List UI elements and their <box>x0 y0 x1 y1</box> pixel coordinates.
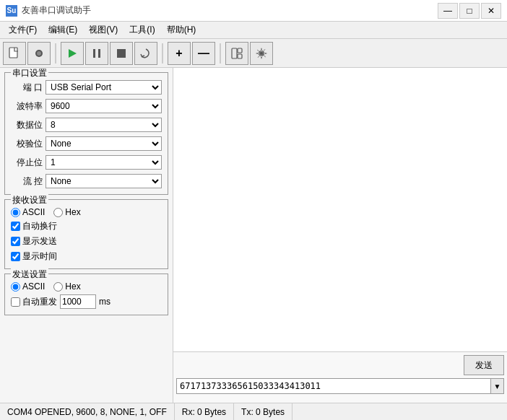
layout-button[interactable] <box>225 42 248 65</box>
baud-label: 波特率 <box>11 100 43 113</box>
auto-resend-checkbox[interactable] <box>11 297 20 307</box>
data-bits-select[interactable]: 8 <box>46 118 162 132</box>
send-combo-arrow[interactable]: ▼ <box>490 379 503 393</box>
svg-marker-3 <box>69 49 77 58</box>
send-settings-group: 发送设置 ASCII Hex 自动重发 ms <box>4 274 168 315</box>
port-select[interactable]: USB Serial Port <box>46 80 162 95</box>
receive-hex-label[interactable]: Hex <box>53 207 80 217</box>
main-area: 串口设置 端 口 USB Serial Port 波特率 9600 数据位 8 <box>0 68 507 403</box>
send-mode-row: ASCII Hex <box>11 281 162 292</box>
receive-ascii-radio[interactable] <box>11 208 20 217</box>
menu-help[interactable]: 帮助(H) <box>161 22 202 38</box>
add-button[interactable]: + <box>168 42 191 65</box>
show-send-row: 显示发送 <box>11 235 162 248</box>
send-ascii-label[interactable]: ASCII <box>11 281 45 292</box>
serial-settings-group: 串口设置 端 口 USB Serial Port 波特率 9600 数据位 8 <box>4 72 168 195</box>
port-label: 端 口 <box>11 82 43 94</box>
left-panel: 串口设置 端 口 USB Serial Port 波特率 9600 数据位 8 <box>0 68 173 403</box>
stop-bits-select[interactable]: 1 <box>46 155 162 170</box>
svg-point-2 <box>37 51 41 56</box>
menubar: 文件(F) 编辑(E) 视图(V) 工具(I) 帮助(H) <box>0 22 507 39</box>
svg-rect-4 <box>93 49 95 58</box>
menu-view[interactable]: 视图(V) <box>83 22 124 38</box>
show-time-label[interactable]: 显示时间 <box>11 250 57 263</box>
svg-rect-8 <box>238 48 242 53</box>
show-time-checkbox[interactable] <box>11 252 20 261</box>
send-ascii-text: ASCII <box>22 281 45 292</box>
menu-file[interactable]: 文件(F) <box>3 22 43 38</box>
send-area-container: 发送 ▼ <box>173 352 507 403</box>
receive-ascii-text: ASCII <box>22 207 45 217</box>
auto-resend-text: 自动重发 <box>22 296 57 308</box>
stop-bits-row: 停止位 1 <box>11 155 162 170</box>
svg-rect-0 <box>9 48 17 58</box>
titlebar: Su 友善串口调试助手 — □ ✕ <box>0 0 507 22</box>
minimize-button[interactable]: — <box>438 3 458 19</box>
receive-hex-text: Hex <box>65 207 80 217</box>
baud-select[interactable]: 9600 <box>46 99 162 113</box>
auto-newline-label[interactable]: 自动换行 <box>11 220 57 232</box>
toolbar-separator-1 <box>55 43 56 64</box>
auto-resend-input[interactable] <box>60 294 96 309</box>
svg-rect-5 <box>98 49 100 58</box>
settings-button[interactable] <box>250 42 273 65</box>
play-button[interactable] <box>61 42 84 65</box>
auto-resend-row: 自动重发 ms <box>11 294 162 309</box>
close-button[interactable]: ✕ <box>481 3 501 19</box>
svg-rect-6 <box>117 49 126 58</box>
parity-label: 校验位 <box>11 138 43 150</box>
show-time-row: 显示时间 <box>11 250 162 263</box>
new-file-button[interactable] <box>3 42 26 65</box>
rx-status: Rx: 0 Bytes <box>175 403 234 420</box>
maximize-button[interactable]: □ <box>459 3 480 19</box>
show-send-checkbox[interactable] <box>11 237 20 246</box>
receive-ascii-label[interactable]: ASCII <box>11 207 45 217</box>
stop-button[interactable] <box>110 42 133 65</box>
menu-edit[interactable]: 编辑(E) <box>43 22 83 38</box>
send-input[interactable] <box>177 379 490 393</box>
stop-bits-label: 停止位 <box>11 157 43 169</box>
flow-select[interactable]: None <box>46 174 162 188</box>
titlebar-left: Su 友善串口调试助手 <box>6 4 91 17</box>
send-hex-label[interactable]: Hex <box>53 281 80 292</box>
receive-textarea[interactable] <box>173 68 507 352</box>
window-controls: — □ ✕ <box>438 3 501 19</box>
toolbar: + — <box>0 39 507 68</box>
show-time-text: 显示时间 <box>22 250 57 263</box>
statusbar: COM4 OPENED, 9600, 8, NONE, 1, OFF Rx: 0… <box>0 403 507 420</box>
send-settings-title: 发送设置 <box>11 268 48 281</box>
toolbar-separator-2 <box>162 43 163 64</box>
remove-button[interactable]: — <box>192 42 215 65</box>
record-button[interactable] <box>27 42 51 65</box>
right-panel: 发送 ▼ <box>173 68 507 403</box>
pause-button[interactable] <box>85 42 108 65</box>
show-send-label[interactable]: 显示发送 <box>11 235 57 248</box>
flow-label: 流 控 <box>11 175 43 188</box>
parity-row: 校验位 None <box>11 136 162 151</box>
flow-row: 流 控 None <box>11 174 162 188</box>
send-ascii-radio[interactable] <box>11 282 20 292</box>
ms-label: ms <box>99 297 110 307</box>
send-button[interactable]: 发送 <box>464 355 504 375</box>
show-send-text: 显示发送 <box>22 235 57 248</box>
receive-mode-row: ASCII Hex <box>11 207 162 217</box>
auto-newline-checkbox[interactable] <box>11 222 20 231</box>
receive-settings-title: 接收设置 <box>11 194 48 206</box>
send-hex-radio[interactable] <box>53 282 63 292</box>
data-bits-label: 数据位 <box>11 119 43 131</box>
auto-resend-label[interactable]: 自动重发 <box>11 296 57 308</box>
serial-settings-title: 串口设置 <box>11 68 48 79</box>
send-combo: ▼ <box>176 378 504 394</box>
window-title: 友善串口调试助手 <box>22 4 91 17</box>
auto-newline-row: 自动换行 <box>11 220 162 232</box>
refresh-button[interactable] <box>134 42 157 65</box>
menu-tools[interactable]: 工具(I) <box>124 22 160 38</box>
receive-settings-group: 接收设置 ASCII Hex 自动换行 <box>4 199 168 269</box>
receive-hex-radio[interactable] <box>53 208 63 217</box>
svg-rect-9 <box>238 54 242 58</box>
data-bits-row: 数据位 8 <box>11 118 162 132</box>
send-hex-text: Hex <box>65 281 80 292</box>
tx-status: Tx: 0 Bytes <box>234 403 292 420</box>
parity-select[interactable]: None <box>46 136 162 151</box>
baud-row: 波特率 9600 <box>11 99 162 113</box>
